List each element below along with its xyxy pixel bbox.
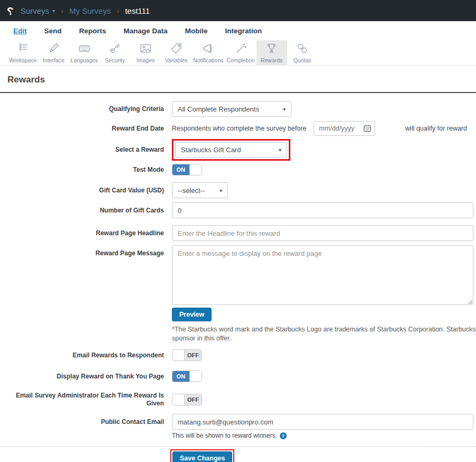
breadcrumb-separator: ›: [61, 6, 63, 15]
select-reward-label: Select a Reward: [0, 146, 172, 154]
completion-icon: [235, 42, 247, 57]
toggle-knob: [189, 371, 202, 382]
toolbar-item-notifications[interactable]: Notifications: [191, 40, 225, 65]
toolbar-item-rewards[interactable]: Rewards: [257, 40, 287, 65]
chevron-down-icon: ▾: [283, 106, 286, 112]
toolbar-item-completion[interactable]: Completion: [225, 40, 257, 65]
reward-page-message-textarea[interactable]: [172, 245, 473, 305]
questionpro-logo[interactable]: ?: [7, 5, 14, 16]
toolbar-item-interface[interactable]: Interface: [38, 40, 69, 65]
breadcrumb-current-survey: test111: [125, 6, 150, 15]
qualifying-criteria-value: All Complete Respondents: [178, 105, 259, 113]
toolbar-item-workspace[interactable]: Workspace: [7, 40, 38, 65]
notifications-icon: [202, 42, 214, 57]
toolbar-item-label: Quotas: [294, 57, 312, 63]
security-icon: [109, 42, 121, 57]
toolbar-item-images[interactable]: Images: [130, 40, 161, 65]
number-of-gift-cards-label: Number of Gift Cards: [0, 207, 172, 215]
tab-reports[interactable]: Reports: [79, 27, 106, 35]
edit-toolbar: Workspace Interface Languages Security I…: [0, 40, 476, 66]
main-tabbar: Edit Send Reports Manage Data Mobile Int…: [0, 21, 476, 40]
breadcrumb-surveys[interactable]: Surveys: [21, 6, 49, 15]
toolbar-item-label: Languages: [70, 57, 98, 63]
tab-manage-data[interactable]: Manage Data: [124, 27, 168, 35]
toolbar-item-languages[interactable]: Languages: [69, 40, 99, 65]
rewards-icon: [266, 42, 278, 57]
quotas-icon: [296, 42, 308, 57]
calendar-icon[interactable]: [363, 124, 371, 134]
toolbar-item-label: Variables: [165, 57, 188, 63]
toggle-knob: [172, 394, 185, 405]
top-navbar: ? Surveys ▾ › My Surveys › test111: [0, 0, 476, 21]
toolbar-item-label: Completion: [227, 57, 255, 63]
starbucks-disclaimer: *The Starbucks word mark and the Starbuc…: [172, 325, 476, 343]
breadcrumb-my-surveys[interactable]: My Surveys: [69, 6, 111, 15]
reward-page-headline-input[interactable]: [172, 225, 473, 241]
toolbar-item-quotas[interactable]: Quotas: [287, 40, 318, 65]
workspace-icon: [17, 42, 29, 57]
variables-icon: [170, 42, 182, 57]
gift-card-value-value: --select--: [178, 187, 205, 195]
public-contact-email-label: Public Contact Email: [0, 418, 172, 426]
annotation-highlight: Save Changes: [170, 449, 234, 462]
gift-card-value-select[interactable]: --select-- ▾: [172, 182, 228, 198]
qualifying-criteria-select[interactable]: All Complete Respondents ▾: [172, 101, 291, 117]
select-reward-select[interactable]: Starbucks Gift Card ▾: [175, 142, 287, 158]
save-changes-button[interactable]: Save Changes: [172, 451, 232, 462]
email-admin-label: Email Survey Administrator Each Time Rew…: [0, 392, 172, 408]
public-contact-email-helper: This will be shown to reward winners. ?: [172, 432, 476, 439]
reward-end-date-label: Reward End Date: [0, 125, 172, 133]
preview-button[interactable]: Preview: [172, 308, 212, 321]
reward-page-message-label: Reward Page Message: [0, 245, 172, 257]
toolbar-item-variables[interactable]: Variables: [161, 40, 191, 65]
toolbar-item-label: Workspace: [9, 57, 36, 63]
disclaimer-line2: sponsor in this offer.: [172, 334, 476, 343]
toggle-off-label: OFF: [185, 350, 202, 361]
toolbar-item-label: Notifications: [193, 57, 223, 63]
toolbar-item-security[interactable]: Security: [99, 40, 130, 65]
email-rewards-label: Email Rewards to Respondent: [0, 352, 172, 359]
toolbar-item-label: Rewards: [261, 57, 282, 63]
annotation-highlight: Starbucks Gift Card ▾: [172, 139, 290, 161]
toggle-off-label: OFF: [185, 394, 202, 405]
toolbar-item-label: Images: [136, 57, 154, 63]
languages-icon: [78, 42, 90, 57]
chevron-down-icon: ▾: [219, 188, 222, 193]
rewards-form: Qualifying Criteria All Complete Respond…: [0, 93, 476, 462]
chevron-down-icon[interactable]: ▾: [52, 8, 55, 14]
disclaimer-line1: *The Starbucks word mark and the Starbuc…: [172, 325, 476, 334]
help-icon[interactable]: ?: [280, 432, 287, 439]
toggle-knob: [189, 164, 202, 175]
test-mode-toggle[interactable]: ON: [172, 164, 202, 175]
interface-icon: [48, 42, 60, 57]
breadcrumb-separator: ›: [116, 6, 119, 15]
test-mode-label: Test Mode: [0, 166, 172, 174]
tab-edit[interactable]: Edit: [13, 27, 27, 35]
toolbar-item-label: Security: [105, 57, 125, 63]
toggle-on-label: ON: [172, 371, 189, 382]
images-icon: [140, 42, 152, 57]
toggle-on-label: ON: [172, 164, 189, 175]
toolbar-item-label: Interface: [43, 57, 65, 63]
number-of-gift-cards-input[interactable]: [172, 202, 473, 218]
tab-integration[interactable]: Integration: [225, 27, 262, 35]
reward-page-headline-label: Reward Page Headline: [0, 229, 172, 237]
toggle-knob: [172, 350, 185, 361]
reward-end-date-post-text: will qualify for reward: [405, 125, 467, 132]
email-admin-toggle[interactable]: OFF: [172, 394, 202, 405]
reward-end-date-pre-text: Respondents who complete the survey befo…: [172, 125, 306, 132]
page-title: Rewards: [7, 75, 469, 85]
helper-text: This will be shown to reward winners.: [172, 432, 277, 439]
display-reward-label: Display Reward on Thank You Page: [0, 373, 172, 381]
email-rewards-toggle[interactable]: OFF: [172, 349, 202, 361]
qualifying-criteria-label: Qualifying Criteria: [0, 105, 172, 113]
tab-send[interactable]: Send: [44, 27, 62, 35]
tab-mobile[interactable]: Mobile: [185, 27, 208, 35]
display-reward-toggle[interactable]: ON: [172, 371, 202, 382]
public-contact-email-input[interactable]: [172, 414, 473, 430]
gift-card-value-label: Gift Card Value (USD): [0, 187, 172, 195]
